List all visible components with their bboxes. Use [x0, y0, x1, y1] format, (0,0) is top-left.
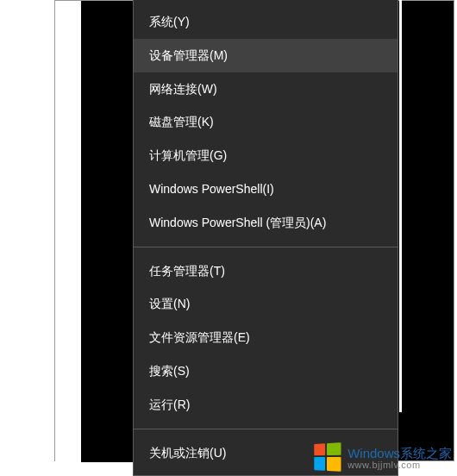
menu-divider — [134, 429, 398, 429]
menu-item-system[interactable]: 系统(Y) — [134, 5, 398, 39]
menu-item-search[interactable]: 搜索(S) — [134, 354, 398, 388]
watermark: Windows系统之家 www.bjjmlv.com — [313, 443, 452, 473]
menu-item-powershell[interactable]: Windows PowerShell(I) — [134, 172, 398, 206]
watermark-url: www.bjjmlv.com — [347, 460, 452, 470]
menu-section-2: 任务管理器(T) 设置(N) 文件资源管理器(E) 搜索(S) 运行(R) — [134, 249, 398, 427]
menu-item-label: Windows PowerShell(I) — [149, 182, 274, 196]
menu-item-label: 任务管理器(T) — [149, 264, 225, 278]
watermark-text: Windows系统之家 www.bjjmlv.com — [347, 447, 452, 470]
menu-item-label: 系统(Y) — [149, 15, 190, 28]
menu-item-settings[interactable]: 设置(N) — [134, 287, 398, 321]
watermark-brand: Windows系统之家 — [347, 447, 452, 460]
menu-item-label: Windows PowerShell (管理员)(A) — [149, 216, 326, 229]
menu-item-run[interactable]: 运行(R) — [134, 388, 398, 422]
right-gap-line — [399, 0, 402, 412]
menu-item-label: 网络连接(W) — [149, 82, 217, 96]
windows-logo-icon — [314, 442, 342, 473]
window-left-strip — [55, 1, 81, 462]
menu-item-label: 设备管理器(M) — [149, 48, 228, 62]
menu-item-label: 文件资源管理器(E) — [149, 330, 250, 344]
menu-item-computer-management[interactable]: 计算机管理(G) — [134, 139, 398, 172]
menu-item-powershell-admin[interactable]: Windows PowerShell (管理员)(A) — [134, 206, 398, 240]
menu-item-label: 磁盘管理(K) — [149, 115, 214, 128]
menu-divider — [134, 247, 398, 247]
menu-item-label: 搜索(S) — [149, 364, 190, 378]
menu-item-device-manager[interactable]: 设备管理器(M) — [134, 39, 398, 72]
menu-item-label: 关机或注销(U) — [149, 446, 226, 460]
menu-item-task-manager[interactable]: 任务管理器(T) — [134, 254, 398, 288]
window-dark-area — [81, 1, 135, 462]
menu-section-1: 系统(Y) 设备管理器(M) 网络连接(W) 磁盘管理(K) 计算机管理(G) … — [134, 0, 398, 245]
menu-item-label: 运行(R) — [149, 398, 190, 411]
menu-item-network-connections[interactable]: 网络连接(W) — [134, 72, 398, 106]
menu-item-label: 计算机管理(G) — [149, 148, 227, 162]
menu-item-disk-management[interactable]: 磁盘管理(K) — [134, 105, 398, 139]
winx-context-menu: 系统(Y) 设备管理器(M) 网络连接(W) 磁盘管理(K) 计算机管理(G) … — [133, 0, 398, 476]
menu-item-file-explorer[interactable]: 文件资源管理器(E) — [134, 321, 398, 354]
menu-item-label: 设置(N) — [149, 297, 190, 310]
